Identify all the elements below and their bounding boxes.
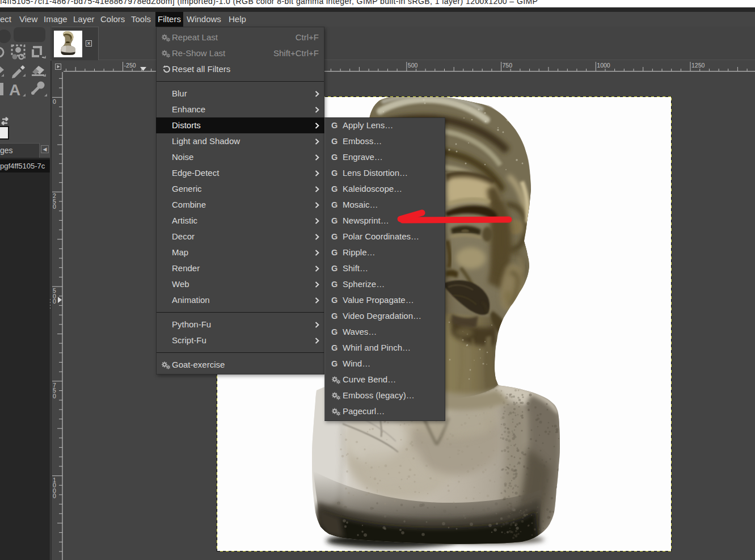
svg-text:A: A: [9, 81, 20, 99]
svg-text:1000: 1000: [597, 62, 610, 69]
svg-text:1250: 1250: [691, 62, 705, 69]
svg-text:0: 0: [53, 393, 56, 399]
svg-text:-250: -250: [124, 62, 136, 69]
svg-text:0: 0: [53, 298, 56, 305]
svg-text:0: 0: [53, 492, 56, 499]
svg-text:500: 500: [408, 62, 418, 69]
svg-text:0: 0: [53, 98, 56, 105]
svg-text:0: 0: [53, 203, 56, 210]
svg-text:750: 750: [503, 62, 513, 69]
